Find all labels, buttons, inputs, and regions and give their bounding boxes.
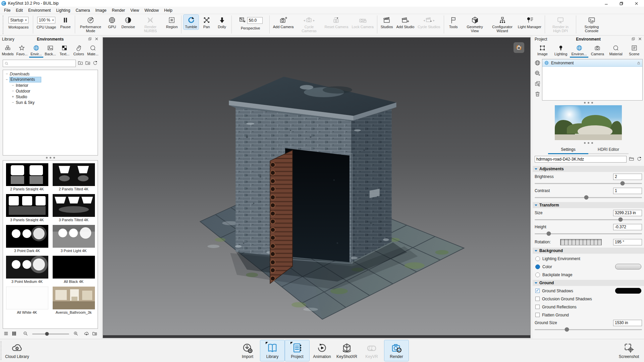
- tab-lighting[interactable]: Lighting: [552, 44, 570, 58]
- brightness-input[interactable]: [613, 174, 642, 180]
- radio-button[interactable]: [535, 256, 540, 261]
- checkbox[interactable]: [535, 297, 540, 301]
- splitter-handle[interactable]: [533, 141, 644, 145]
- tab-environments[interactable]: Envir...: [29, 44, 43, 58]
- perspective-input[interactable]: [247, 17, 263, 24]
- add-folder-icon[interactable]: [77, 60, 83, 67]
- environment-globe-icon[interactable]: [534, 60, 541, 67]
- tab-environment[interactable]: Environ...: [570, 44, 588, 58]
- splitter-handle[interactable]: [533, 101, 644, 105]
- rotation-scrubber[interactable]: [560, 239, 602, 245]
- tab-textures[interactable]: Text...: [57, 44, 71, 58]
- thumbnail-2-panels-tilted[interactable]: 2 Panels Tilted 4K: [51, 163, 96, 191]
- adjustments-section-header[interactable]: Adjustments: [533, 166, 644, 172]
- tab-hdri-editor[interactable]: HDRI Editor: [588, 146, 629, 154]
- tab-backplates[interactable]: Back...: [43, 44, 57, 58]
- tab-materials[interactable]: Mate...: [86, 44, 100, 58]
- reload-hdri-icon[interactable]: [636, 156, 642, 163]
- tab-scene[interactable]: Scene: [625, 44, 643, 58]
- pan-button[interactable]: Pan: [199, 15, 214, 29]
- denoise-button[interactable]: Denoise: [120, 15, 136, 29]
- menu-lighting[interactable]: Lighting: [53, 7, 73, 13]
- contrast-slider[interactable]: [535, 195, 642, 200]
- hdri-file-input[interactable]: [535, 156, 627, 163]
- hdri-preview[interactable]: [555, 105, 622, 140]
- thumbnail-3-point-dark[interactable]: 3 Point Dark 4K: [4, 225, 50, 253]
- checkbox-checked[interactable]: [535, 289, 540, 293]
- splitter-handle[interactable]: [0, 156, 101, 160]
- light-manager-button[interactable]: Light Manager: [517, 15, 543, 29]
- cloud-library-button[interactable]: Cloud Library: [5, 340, 29, 361]
- ground-shadow-color-swatch[interactable]: [615, 288, 641, 294]
- menu-edit[interactable]: Edit: [13, 7, 25, 13]
- contrast-input[interactable]: [613, 188, 642, 194]
- menu-view[interactable]: View: [128, 7, 142, 13]
- thumbnail-aversis-bathroom[interactable]: Aversis_Bathroom_3k: [51, 287, 96, 314]
- checkbox[interactable]: [535, 305, 540, 309]
- search-field[interactable]: [3, 60, 76, 67]
- checkbox[interactable]: [535, 313, 540, 317]
- environment-list-item[interactable]: Environment: [542, 59, 642, 67]
- gpu-button[interactable]: GPU: [105, 15, 119, 29]
- zoom-out-icon[interactable]: [23, 331, 28, 337]
- tree-item-environments[interactable]: −Environments: [3, 77, 98, 82]
- tab-settings[interactable]: Settings: [548, 146, 588, 154]
- render-button[interactable]: Render: [384, 340, 409, 361]
- tab-models[interactable]: Models: [1, 44, 15, 58]
- flatten-ground-option[interactable]: Flatten Ground: [535, 312, 641, 318]
- ribbon-drag-handle[interactable]: [1, 341, 2, 360]
- tree-item-interior[interactable]: ┄Interior: [3, 82, 98, 88]
- tree-item-studio[interactable]: +Studio: [3, 94, 98, 100]
- thumbnail-zoom-slider[interactable]: [32, 334, 69, 335]
- transform-section-header[interactable]: Transform: [533, 202, 644, 208]
- menu-environment[interactable]: Environment: [25, 7, 53, 13]
- ground-shadows-option[interactable]: Ground Shadows: [535, 288, 641, 294]
- screenshot-button[interactable]: Screenshot: [617, 340, 641, 361]
- keyshotxr-button[interactable]: KeyShotXR: [335, 340, 359, 361]
- height-slider[interactable]: [535, 231, 642, 236]
- ground-reflections-option[interactable]: Ground Reflections: [535, 304, 641, 310]
- float-panel-icon[interactable]: [88, 37, 92, 42]
- geometry-view-button[interactable]: Geometry View: [462, 15, 488, 34]
- radio-button[interactable]: [535, 273, 540, 277]
- open-folder-icon[interactable]: [629, 156, 634, 163]
- pause-button[interactable]: Pause: [58, 15, 73, 29]
- add-environment-icon[interactable]: [534, 70, 541, 77]
- menu-image[interactable]: Image: [93, 7, 109, 13]
- tab-material[interactable]: Material: [607, 44, 625, 58]
- close-icon[interactable]: [95, 37, 99, 42]
- ground-section-header[interactable]: Ground: [533, 280, 644, 286]
- scripting-console-button[interactable]: Scripting Console: [578, 15, 605, 34]
- duplicate-environment-icon[interactable]: [534, 80, 541, 88]
- workspaces-dropdown[interactable]: Startup▾: [8, 17, 28, 23]
- minimize-button[interactable]: [599, 0, 614, 7]
- menu-file[interactable]: File: [1, 7, 13, 13]
- dolly-button[interactable]: Dolly: [215, 15, 229, 29]
- performance-mode-button[interactable]: Performance Mode: [77, 15, 104, 34]
- add-camera-button[interactable]: Add Camera: [272, 15, 295, 29]
- import-folder-icon[interactable]: [85, 60, 91, 67]
- export-folder-icon[interactable]: [92, 331, 97, 337]
- refresh-library-icon[interactable]: [92, 60, 98, 67]
- grid-view-icon[interactable]: [11, 331, 17, 337]
- import-button[interactable]: Import: [235, 340, 260, 361]
- zoom-in-icon[interactable]: [73, 331, 78, 337]
- background-backplate-option[interactable]: Backplate Image: [535, 272, 641, 278]
- tab-colors[interactable]: Colors: [71, 44, 86, 58]
- tab-camera[interactable]: Camera: [588, 44, 607, 58]
- region-button[interactable]: Region: [164, 15, 179, 29]
- menu-render[interactable]: Render: [109, 7, 128, 13]
- brightness-slider[interactable]: [535, 181, 642, 186]
- background-lighting-environment-option[interactable]: Lighting Environment: [535, 255, 641, 262]
- restore-button[interactable]: [614, 0, 629, 7]
- size-slider[interactable]: [535, 217, 642, 222]
- configurator-wizard-button[interactable]: Configurator Wizard: [489, 15, 516, 34]
- background-color-swatch[interactable]: [615, 264, 641, 269]
- add-studio-button[interactable]: Add Studio: [395, 15, 416, 29]
- search-input[interactable]: [10, 61, 74, 66]
- tree-item-outdoor[interactable]: ┄Outdoor: [3, 88, 98, 94]
- library-button[interactable]: Library: [260, 340, 284, 361]
- thumbnail-all-white[interactable]: All White 4K: [4, 287, 50, 314]
- animation-button[interactable]: Animation: [310, 340, 334, 361]
- studios-button[interactable]: Studios: [379, 15, 394, 29]
